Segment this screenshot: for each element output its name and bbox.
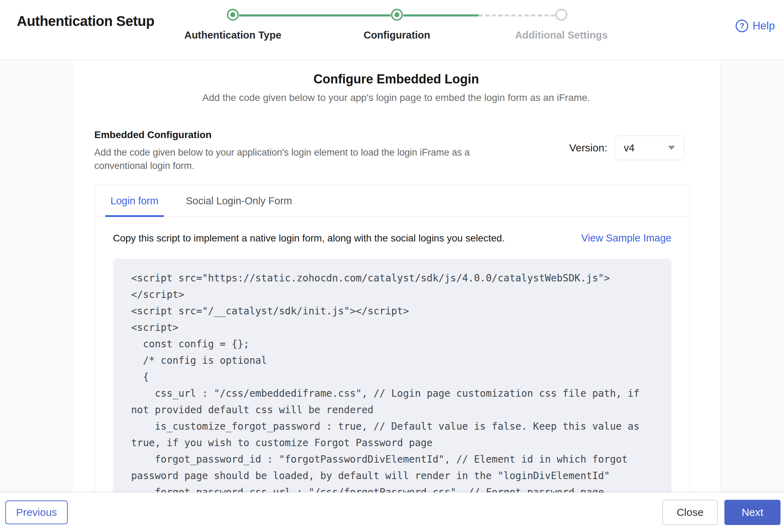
stepper-connector-solid [403, 14, 479, 16]
stepper-connector-solid [239, 14, 391, 16]
step-label-additional-settings: Additional Settings [515, 29, 608, 41]
wizard-header: Authentication Setup Authentication Type… [0, 0, 784, 60]
login-form-card: Login form Social Login-Only Form Copy t… [94, 185, 690, 532]
tab-label: Login form [110, 195, 158, 207]
version-row: Version: v4 [569, 136, 684, 160]
code-snippet: <script src="https://static.zohocdn.com/… [131, 270, 653, 517]
tab-social-login-only-form[interactable]: Social Login-Only Form [181, 185, 297, 217]
tab-bar: Login form Social Login-Only Form [95, 185, 690, 217]
close-button[interactable]: Close [662, 500, 718, 525]
step-completed-icon[interactable] [227, 9, 239, 21]
view-sample-image-link[interactable]: View Sample Image [581, 232, 671, 244]
content-subheading: Add the code given below to your app's l… [72, 92, 720, 103]
step-label-configuration: Configuration [364, 29, 430, 41]
chevron-down-icon [668, 146, 675, 150]
version-label: Version: [569, 142, 607, 154]
section-description: Add the code given below to your applica… [94, 146, 506, 172]
wizard-footer: Previous Close Next [0, 492, 784, 532]
content-panel: Configure Embedded Login Add the code gi… [72, 60, 721, 532]
question-mark-icon: ? [736, 20, 748, 32]
footer-right-buttons: Close Next [662, 500, 780, 525]
version-selected-value: v4 [624, 142, 635, 154]
next-button[interactable]: Next [724, 500, 780, 525]
previous-button[interactable]: Previous [5, 500, 68, 524]
stepper-connector-dashed [479, 14, 555, 16]
stepper: Authentication Type Configuration Additi… [0, 0, 784, 60]
version-select[interactable]: v4 [614, 136, 684, 160]
step-dot-icon [230, 12, 235, 17]
copy-instruction-text: Copy this script to implement a native l… [113, 233, 505, 244]
page-background: Configure Embedded Login Add the code gi… [0, 60, 784, 532]
tab-label: Social Login-Only Form [186, 195, 292, 207]
embedded-configuration-section: Embedded Configuration Add the code give… [94, 129, 690, 172]
copy-instruction-row: Copy this script to implement a native l… [113, 232, 671, 244]
tab-login-form[interactable]: Login form [105, 185, 164, 217]
content-heading: Configure Embedded Login [72, 60, 720, 87]
step-current-icon[interactable] [391, 9, 403, 21]
code-snippet-block[interactable]: <script src="https://static.zohocdn.com/… [113, 259, 671, 532]
help-label: Help [752, 20, 775, 32]
help-link[interactable]: ? Help [736, 20, 775, 32]
step-label-authentication-type: Authentication Type [184, 29, 282, 41]
step-dot-icon [394, 12, 399, 17]
step-upcoming-icon [555, 9, 567, 21]
